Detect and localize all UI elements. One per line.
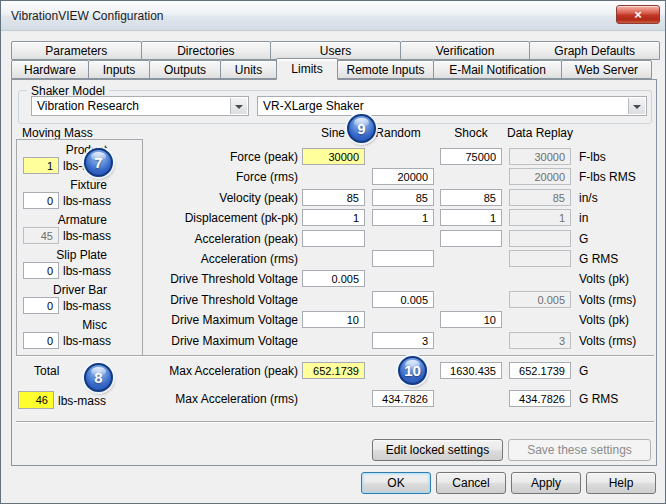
close-icon: × xyxy=(634,8,642,21)
displacement-pk-pk-random-field[interactable]: 1 xyxy=(372,209,434,226)
unit-label-in: in xyxy=(579,211,588,225)
vibrationview-configuration-dialog: VibrationVIEW Configuration × Parameters… xyxy=(0,0,666,504)
dialog-buttons: OKCancelApplyHelp xyxy=(361,472,656,494)
displacement-pk-pk-data-replay-field: 1 xyxy=(509,209,571,226)
limits-table: Force (peak)300007500030000F-lbsForce (r… xyxy=(12,80,656,465)
save-these-settings-button: Save these settings xyxy=(508,439,651,461)
settings-action-buttons: Edit locked settingsSave these settings xyxy=(372,439,651,461)
max-acceleration-rms-random-field: 434.7826 xyxy=(372,390,434,407)
unit-label-f-lbs: F-lbs xyxy=(579,150,606,164)
row-label-drive-threshold-voltage-volts-pk: Drive Threshold Voltage xyxy=(12,272,298,286)
acceleration-peak-sine-field[interactable] xyxy=(302,230,365,247)
callout-badge-9: 9 xyxy=(347,114,376,143)
callout-badge-8: 8 xyxy=(84,363,113,392)
close-button[interactable]: × xyxy=(616,5,660,24)
row-label-drive-maximum-voltage-volts-pk: Drive Maximum Voltage xyxy=(12,313,298,327)
row-label-drive-threshold-voltage-volts-rms: Drive Threshold Voltage xyxy=(12,293,298,307)
row-label-velocity-peak-in-s: Velocity (peak) xyxy=(12,191,298,205)
unit-label-volts-pk: Volts (pk) xyxy=(579,272,629,286)
force-peak-sine-field[interactable]: 30000 xyxy=(302,148,365,165)
tab-remote-inputs[interactable]: Remote Inputs xyxy=(337,60,434,79)
unit-label-volts-rms: Volts (rms) xyxy=(579,334,636,348)
velocity-peak-data-replay-field: 85 xyxy=(509,189,571,206)
drive-maximum-voltage-shock-field[interactable]: 10 xyxy=(440,311,502,328)
drive-threshold-voltage-sine-field[interactable]: 0.005 xyxy=(302,270,365,287)
unit-label-g: G xyxy=(579,364,588,378)
velocity-peak-shock-field[interactable]: 85 xyxy=(440,189,502,206)
unit-label-g-rms: G RMS xyxy=(579,252,618,266)
unit-label-in-s: in/s xyxy=(579,191,598,205)
max-acceleration-peak-data-replay-field: 652.1739 xyxy=(509,362,571,379)
acceleration-peak-shock-field[interactable] xyxy=(440,230,502,247)
row-label-displacement-pk-pk-in: Displacement (pk-pk) xyxy=(12,211,298,225)
drive-threshold-voltage-random-field[interactable]: 0.005 xyxy=(372,291,434,308)
tab-row-secondary: HardwareInputsOutputsUnitsLimitsRemote I… xyxy=(11,60,659,79)
row-label-acceleration-rms-g-rms: Acceleration (rms) xyxy=(12,252,298,266)
window-title: VibrationVIEW Configuration xyxy=(11,9,164,23)
drive-maximum-voltage-random-field[interactable]: 3 xyxy=(372,332,434,349)
max-acceleration-rms-data-replay-field: 434.7826 xyxy=(509,390,571,407)
row-label-drive-maximum-voltage-volts-rms: Drive Maximum Voltage xyxy=(12,334,298,348)
tab-outputs[interactable]: Outputs xyxy=(149,60,221,79)
force-rms-random-field[interactable]: 20000 xyxy=(372,168,434,185)
title-bar: VibrationVIEW Configuration × xyxy=(1,1,665,31)
row-label-max-acceleration-rms-g-rms: Max Acceleration (rms) xyxy=(12,392,298,406)
help-button[interactable]: Help xyxy=(586,472,656,494)
velocity-peak-sine-field[interactable]: 85 xyxy=(302,189,365,206)
force-rms-data-replay-field: 20000 xyxy=(509,168,571,185)
apply-button[interactable]: Apply xyxy=(511,472,581,494)
displacement-pk-pk-shock-field[interactable]: 1 xyxy=(440,209,502,226)
max-acceleration-peak-shock-field: 1630.435 xyxy=(440,362,502,379)
row-label-force-rms-f-lbs-rms: Force (rms) xyxy=(12,170,298,184)
unit-label-g-rms: G RMS xyxy=(579,392,618,406)
separator-line xyxy=(16,421,654,423)
unit-label-volts-rms: Volts (rms) xyxy=(579,293,636,307)
tab-graph-defaults[interactable]: Graph Defaults xyxy=(529,41,660,60)
tab-verification[interactable]: Verification xyxy=(400,41,531,60)
drive-maximum-voltage-data-replay-field: 3 xyxy=(509,332,571,349)
tab-limits[interactable]: Limits xyxy=(276,58,338,80)
callout-badge-7: 7 xyxy=(84,148,113,177)
unit-label-volts-pk: Volts (pk) xyxy=(579,313,629,327)
separator-line xyxy=(16,355,654,357)
total-mass-field: 46 xyxy=(18,391,54,409)
max-acceleration-peak-sine-field: 652.1739 xyxy=(302,362,365,379)
acceleration-rms-data-replay-field xyxy=(509,250,571,267)
unit-label-g: G xyxy=(579,232,588,246)
callout-badge-10: 10 xyxy=(398,356,427,385)
total-mass-unit: lbs-mass xyxy=(58,394,106,408)
acceleration-rms-random-field[interactable] xyxy=(372,250,434,267)
tab-e-mail-notification[interactable]: E-Mail Notification xyxy=(433,60,562,79)
ok-button[interactable]: OK xyxy=(361,472,431,494)
force-peak-shock-field[interactable]: 75000 xyxy=(440,148,502,165)
tab-inputs[interactable]: Inputs xyxy=(88,60,150,79)
limits-tab-panel: Shaker Model Vibration Research VR-XLarg… xyxy=(11,79,657,466)
tab-parameters[interactable]: Parameters xyxy=(11,41,142,60)
edit-locked-settings-button[interactable]: Edit locked settings xyxy=(372,439,503,461)
tab-web-server[interactable]: Web Server xyxy=(561,60,652,79)
drive-maximum-voltage-sine-field[interactable]: 10 xyxy=(302,311,365,328)
total-mass-label: Total xyxy=(34,364,59,378)
cancel-button[interactable]: Cancel xyxy=(436,472,506,494)
row-label-force-peak-f-lbs: Force (peak) xyxy=(12,150,298,164)
force-peak-data-replay-field: 30000 xyxy=(509,148,571,165)
tab-units[interactable]: Units xyxy=(220,60,277,79)
tab-hardware[interactable]: Hardware xyxy=(11,60,89,79)
tab-directories[interactable]: Directories xyxy=(141,41,272,60)
velocity-peak-random-field[interactable]: 85 xyxy=(372,189,434,206)
row-label-acceleration-peak-g: Acceleration (peak) xyxy=(12,232,298,246)
unit-label-f-lbs-rms: F-lbs RMS xyxy=(579,170,636,184)
drive-threshold-voltage-data-replay-field: 0.005 xyxy=(509,291,571,308)
acceleration-peak-data-replay-field xyxy=(509,230,571,247)
displacement-pk-pk-sine-field[interactable]: 1 xyxy=(302,209,365,226)
